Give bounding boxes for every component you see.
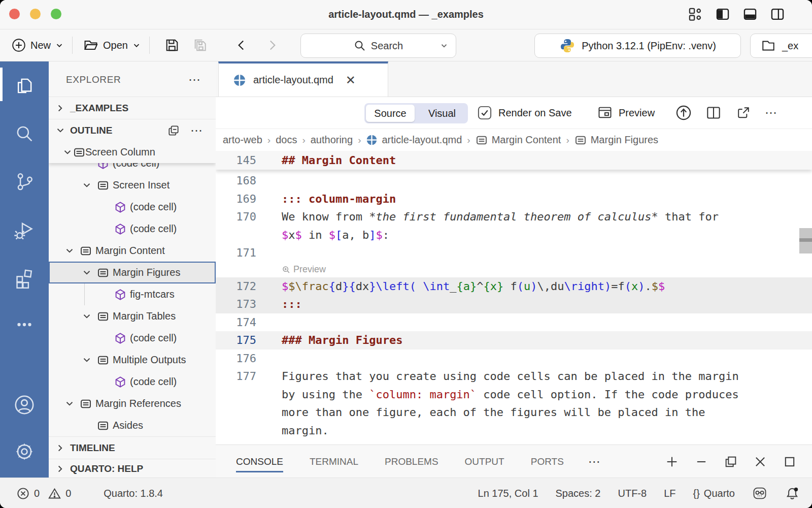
- save-all-button[interactable]: [192, 37, 209, 53]
- code-line-175[interactable]: 175### Margin Figures: [216, 331, 812, 350]
- language-mode-status[interactable]: {} Quarto: [693, 488, 735, 499]
- outline-item--code-cell-[interactable]: (code cell): [49, 196, 216, 218]
- indentation-status[interactable]: Spaces: 2: [556, 488, 601, 499]
- activity-source-control-button[interactable]: [0, 165, 49, 198]
- activity-run-debug-button[interactable]: [0, 214, 49, 246]
- render-on-save-checkbox[interactable]: Render on Save: [477, 105, 572, 120]
- python-interpreter-button[interactable]: Python 3.12.1 (PipEnv: .venv): [534, 34, 741, 58]
- panel-close-icon[interactable]: [753, 455, 767, 469]
- code-line-174[interactable]: 174: [216, 313, 812, 332]
- new-button[interactable]: New: [11, 38, 64, 53]
- code-line-wrap[interactable]: more than one figure, each of the figure…: [216, 403, 812, 422]
- breadcrumb-item[interactable]: Margin Content: [476, 134, 561, 146]
- panel-minimize-icon[interactable]: [694, 455, 708, 469]
- feedback-smiley-icon[interactable]: [752, 486, 767, 501]
- toggle-primary-sidebar-icon[interactable]: [715, 6, 731, 22]
- bell-dot-icon[interactable]: [785, 486, 800, 501]
- breadcrumb-item[interactable]: docs: [276, 134, 297, 146]
- search-scope-chevron-icon[interactable]: [439, 41, 449, 50]
- code-line-169[interactable]: 169::: column-margin: [216, 190, 812, 208]
- customize-layout-icon[interactable]: [687, 6, 703, 22]
- activity-settings-button[interactable]: [0, 435, 49, 468]
- activity-extensions-button[interactable]: [0, 262, 49, 294]
- code-line-172[interactable]: 172$$\frac{d}{dx}\left( \int_{a}^{x} f(u…: [216, 277, 812, 296]
- open-button-label: Open: [103, 40, 128, 51]
- code-line-wrap[interactable]: $x$ in $[a, b]$:: [216, 226, 812, 244]
- panel-tab-output[interactable]: OUTPUT: [465, 447, 504, 477]
- code-line-wrap[interactable]: by using the `column: margin` code cell …: [216, 386, 812, 404]
- panel-tab-problems[interactable]: PROBLEMS: [385, 447, 438, 477]
- outline-more-actions-icon[interactable]: ⋯: [190, 123, 204, 138]
- outline-item-asides[interactable]: Asides: [49, 415, 216, 436]
- navigate-back-button[interactable]: [234, 38, 249, 53]
- section-examples[interactable]: _EXAMPLES: [49, 97, 216, 119]
- activity-account-button[interactable]: [0, 389, 49, 421]
- open-external-button[interactable]: [736, 105, 751, 120]
- visual-mode-button[interactable]: Visual: [418, 105, 466, 122]
- code-line-173[interactable]: 173:::: [216, 295, 812, 313]
- panel-tab-terminal[interactable]: TERMINAL: [310, 447, 358, 477]
- outline-item--code-cell-[interactable]: (code cell): [49, 218, 216, 240]
- tab-close-icon[interactable]: ✕: [346, 73, 356, 87]
- activity-search-button[interactable]: [0, 117, 49, 150]
- code-line-170[interactable]: 170We know from *the first fundamental t…: [216, 208, 812, 226]
- problems-status[interactable]: 0 0: [16, 487, 71, 500]
- section-outline[interactable]: OUTLINE ⋯: [49, 119, 216, 142]
- outline-item-screen-inset[interactable]: Screen Inset: [49, 174, 216, 196]
- explorer-more-actions-icon[interactable]: ⋯: [188, 73, 201, 87]
- explorer-sidebar: EXPLORER ⋯ _EXAMPLES OUTLINE ⋯ (code cel…: [49, 61, 216, 478]
- panel-tab-ports[interactable]: PORTS: [531, 447, 564, 477]
- source-mode-button[interactable]: Source: [366, 105, 415, 122]
- code-line-168[interactable]: 168: [216, 172, 812, 190]
- workspace-button[interactable]: _ex: [750, 34, 812, 58]
- code-line-176[interactable]: 176: [216, 350, 812, 368]
- outline-item-margin-figures[interactable]: Margin Figures: [49, 262, 216, 283]
- panel-tab-console[interactable]: CONSOLE: [236, 447, 283, 477]
- activity-explorer-button[interactable]: [0, 70, 49, 102]
- panel-restore-icon[interactable]: [724, 455, 738, 469]
- outline-item-multiple-outputs[interactable]: Multiple Outputs: [49, 349, 216, 371]
- breadcrumb-item[interactable]: article-layout.qmd: [366, 134, 462, 146]
- open-button[interactable]: Open: [83, 37, 141, 53]
- outline-item--code-cell-[interactable]: (code cell): [49, 371, 216, 393]
- section-quarto-help[interactable]: QUARTO: HELP: [49, 459, 216, 478]
- split-editor-button[interactable]: [705, 105, 722, 121]
- save-button[interactable]: [164, 37, 180, 53]
- breadcrumb-item[interactable]: authoring: [311, 134, 353, 146]
- editor-more-actions-icon[interactable]: ⋯: [765, 106, 778, 120]
- code-editor[interactable]: 145## Margin Content 168169::: column-ma…: [216, 151, 812, 444]
- outline-item-margin-content[interactable]: Margin Content: [49, 240, 216, 262]
- preview-button[interactable]: Preview: [597, 105, 655, 120]
- collapse-all-icon[interactable]: [167, 124, 180, 137]
- panel-more-tabs-icon[interactable]: ⋯: [588, 455, 601, 469]
- code-line-177[interactable]: 177Figures that you create using code ce…: [216, 367, 812, 386]
- outline-item-margin-references[interactable]: Margin References: [49, 393, 216, 415]
- codelens-label: Preview: [293, 264, 326, 275]
- navigate-forward-button[interactable]: [264, 38, 280, 53]
- publish-button[interactable]: [675, 104, 692, 121]
- toggle-panel-icon[interactable]: [742, 6, 758, 22]
- breadcrumb-item[interactable]: Margin Figures: [574, 134, 658, 146]
- cursor-position-status[interactable]: Ln 175, Col 1: [478, 488, 538, 499]
- activity-more-button[interactable]: [0, 308, 49, 341]
- encoding-status[interactable]: UTF-8: [618, 488, 647, 499]
- outline-item--code-cell-[interactable]: (code cell): [49, 327, 216, 349]
- code-line-wrap[interactable]: margin.: [216, 422, 812, 440]
- outline-item-fig-mtcars[interactable]: fig-mtcars: [49, 283, 216, 305]
- outline-sticky-item[interactable]: Screen Column: [49, 141, 216, 163]
- quarto-version-status[interactable]: Quarto: 1.8.4: [104, 488, 163, 499]
- plus-circle-icon: [11, 38, 26, 53]
- toggle-secondary-sidebar-icon[interactable]: [769, 6, 786, 22]
- eol-status[interactable]: LF: [664, 488, 675, 499]
- outline-item-margin-tables[interactable]: Margin Tables: [49, 305, 216, 327]
- sticky-scroll-line[interactable]: 145## Margin Content: [216, 151, 812, 170]
- breadcrumb-item[interactable]: arto-web: [223, 134, 262, 146]
- search-input[interactable]: Search: [300, 34, 456, 58]
- panel-new-icon[interactable]: [665, 455, 679, 469]
- tab-article-layout[interactable]: article-layout.qmd ✕: [218, 61, 388, 97]
- python-interpreter-label: Python 3.12.1 (PipEnv: .venv): [582, 40, 716, 52]
- code-line-171[interactable]: 171: [216, 244, 812, 262]
- codelens-preview[interactable]: Preview: [216, 262, 812, 277]
- section-timeline[interactable]: TIMELINE: [49, 436, 216, 459]
- panel-maximize-icon[interactable]: [783, 455, 797, 469]
